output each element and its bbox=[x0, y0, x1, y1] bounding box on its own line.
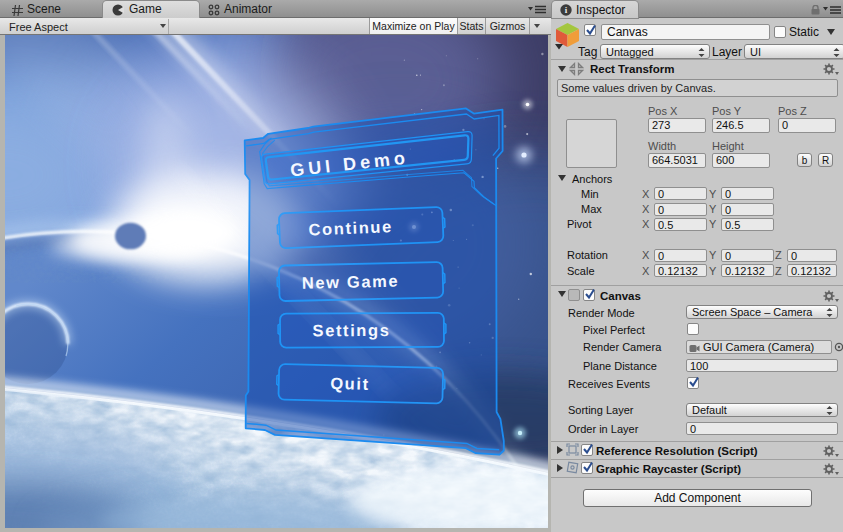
svg-text:Quit: Quit bbox=[330, 374, 370, 393]
